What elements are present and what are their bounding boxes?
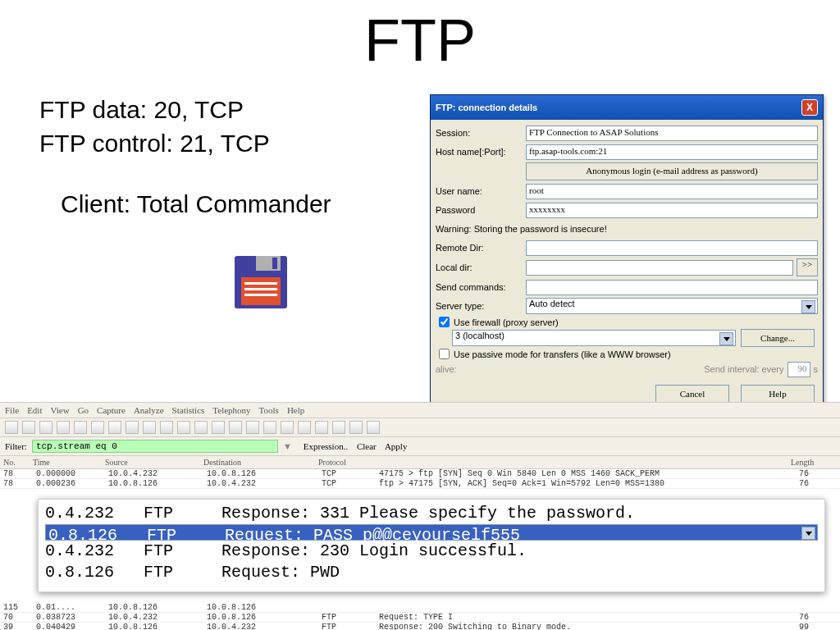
toolbar-icon[interactable]	[39, 421, 52, 434]
menu-analyze[interactable]: Analyze	[134, 405, 164, 415]
filter-btn-expression[interactable]: Expression..	[304, 441, 348, 451]
session-label: Session:	[436, 128, 526, 138]
filter-btn-clear[interactable]: Clear	[354, 441, 377, 451]
svg-rect-4	[244, 282, 277, 285]
menu-edit[interactable]: Edit	[27, 405, 42, 415]
host-label: Host name[:Port]:	[436, 147, 526, 157]
menu-tools[interactable]: Tools	[259, 405, 279, 415]
interval-suf-label: s	[814, 364, 819, 374]
toolbar-icon[interactable]	[160, 421, 173, 434]
svg-rect-6	[244, 294, 277, 296]
toolbar-icon[interactable]	[194, 421, 208, 434]
filter-btn-apply[interactable]: Apply	[383, 441, 408, 451]
toolbar-icon[interactable]	[349, 421, 363, 434]
passive-label: Use passive mode for transfers (like a W…	[454, 349, 671, 359]
cancel-button[interactable]: Cancel	[655, 385, 729, 403]
password-warning: Warning: Storing the password is insecur…	[436, 221, 818, 237]
save-floppy-icon	[233, 254, 289, 310]
filter-buttons: Expression.. Clear Apply	[297, 441, 408, 451]
packet-row[interactable]: 780.00000010.0.4.23210.0.8.126TCP47175 >…	[0, 469, 840, 479]
toolbar-icon[interactable]	[246, 421, 259, 434]
col-header[interactable]: Length	[791, 458, 840, 467]
send-commands-label: Send commands:	[436, 282, 526, 292]
svg-rect-2	[272, 258, 277, 269]
toolbar-icon[interactable]	[281, 421, 294, 434]
toolbar-icon[interactable]	[212, 421, 225, 434]
menu-help[interactable]: Help	[287, 405, 304, 415]
toolbar-icon[interactable]	[22, 421, 35, 434]
user-label: User name:	[436, 186, 526, 196]
packet-row[interactable]: 1150.01....10.0.8.12610.0.8.126	[0, 603, 840, 613]
packet-list-bottom[interactable]: 1150.01....10.0.8.12610.0.8.126700.03872…	[0, 603, 840, 630]
wireshark-menubar[interactable]: FileEditViewGoCaptureAnalyzeStatisticsTe…	[0, 402, 840, 418]
ftp-connection-dialog: FTP: connection details X Session: FTP C…	[430, 94, 824, 412]
col-header[interactable]: Source	[105, 458, 203, 467]
wireshark-filter-bar: Filter: tcp.stream eq 0 ▼ Expression.. C…	[0, 437, 840, 456]
wireshark-toolbar[interactable]	[0, 418, 840, 437]
col-header[interactable]: Time	[33, 458, 105, 467]
interval-pre-label: Send interval: every	[704, 364, 783, 374]
server-type-select[interactable]: Auto detect	[526, 298, 818, 314]
anonymous-login-button[interactable]: Anonymous login (e-mail address as passw…	[526, 162, 818, 180]
col-header[interactable]: Protocol	[318, 458, 376, 467]
col-header[interactable]: Destination	[203, 458, 318, 467]
zoom-packet-row[interactable]: 0.8.126FTPRequest: PASS p@@ceyourself555	[45, 524, 818, 541]
col-header[interactable]: No.	[0, 458, 33, 467]
close-button[interactable]: X	[801, 99, 818, 116]
wireshark-panel: FileEditViewGoCaptureAnalyzeStatisticsTe…	[0, 402, 840, 489]
zoom-packet-row[interactable]: 0.4.232FTPResponse: 331 Please specify t…	[45, 503, 818, 524]
user-input[interactable]: root	[526, 184, 818, 199]
packet-row[interactable]: 700.03872310.0.4.23210.0.8.126FTPRequest…	[0, 613, 840, 623]
toolbar-icon[interactable]	[263, 421, 276, 434]
browse-local-button[interactable]: >>	[797, 258, 818, 276]
local-dir-input[interactable]	[526, 260, 793, 276]
svg-rect-5	[244, 288, 277, 290]
wireshark-columns-header: No.TimeSourceDestinationProtocolLength	[0, 456, 840, 469]
col-header[interactable]	[376, 458, 791, 467]
toolbar-icon[interactable]	[315, 421, 328, 434]
close-icon: X	[806, 102, 813, 113]
password-label: Password	[436, 205, 526, 215]
packet-row[interactable]: 780.00023610.0.8.12610.0.4.232TCPftp > 4…	[0, 479, 840, 489]
toolbar-icon[interactable]	[91, 421, 104, 434]
toolbar-icon[interactable]	[143, 421, 156, 434]
host-input[interactable]: ftp.asap-tools.com:21	[526, 144, 818, 160]
toolbar-icon[interactable]	[367, 421, 380, 434]
toolbar-icon[interactable]	[229, 421, 242, 434]
toolbar-icon[interactable]	[126, 421, 139, 434]
password-input[interactable]: xxxxxxxx	[526, 203, 818, 218]
packet-row[interactable]: 390.04042910.0.8.12610.0.4.232FTPRespons…	[0, 623, 840, 630]
svg-rect-3	[241, 277, 281, 305]
remote-dir-input[interactable]	[526, 240, 818, 256]
menu-telephony[interactable]: Telephony	[212, 405, 250, 415]
toolbar-icon[interactable]	[5, 421, 18, 434]
menu-statistics[interactable]: Statistics	[172, 405, 205, 415]
menu-capture[interactable]: Capture	[97, 405, 126, 415]
toolbar-icon[interactable]	[177, 421, 190, 434]
session-input[interactable]: FTP Connection to ASAP Solutions	[526, 126, 818, 141]
change-button[interactable]: Change...	[741, 329, 815, 347]
packet-list-top[interactable]: 780.00000010.0.4.23210.0.8.126TCP47175 >…	[0, 469, 840, 489]
toolbar-icon[interactable]	[332, 421, 345, 434]
toolbar-icon[interactable]	[74, 421, 87, 434]
dialog-title-text: FTP: connection details	[436, 103, 537, 112]
toolbar-icon[interactable]	[298, 421, 311, 434]
help-button[interactable]: Help	[741, 385, 815, 403]
filter-input[interactable]: tcp.stream eq 0	[32, 440, 278, 453]
zoom-packet-row[interactable]: 0.8.126FTPRequest: PWD	[45, 562, 818, 583]
toolbar-icon[interactable]	[57, 421, 70, 434]
firewall-checkbox[interactable]	[439, 317, 450, 327]
interval-input[interactable]: 90	[788, 362, 810, 377]
keepalive-label: alive:	[436, 364, 457, 374]
toolbar-icon[interactable]	[108, 421, 121, 434]
menu-view[interactable]: View	[50, 405, 69, 415]
slide-title: FTP	[0, 0, 840, 74]
menu-file[interactable]: File	[5, 405, 19, 415]
filter-label: Filter:	[5, 441, 27, 451]
remote-dir-label: Remote Dir:	[436, 243, 526, 253]
dialog-titlebar: FTP: connection details X	[431, 95, 823, 120]
passive-checkbox[interactable]	[439, 349, 450, 359]
firewall-select[interactable]: 3 (localhost)	[452, 330, 736, 346]
send-commands-input[interactable]	[526, 280, 818, 295]
menu-go[interactable]: Go	[78, 405, 89, 415]
